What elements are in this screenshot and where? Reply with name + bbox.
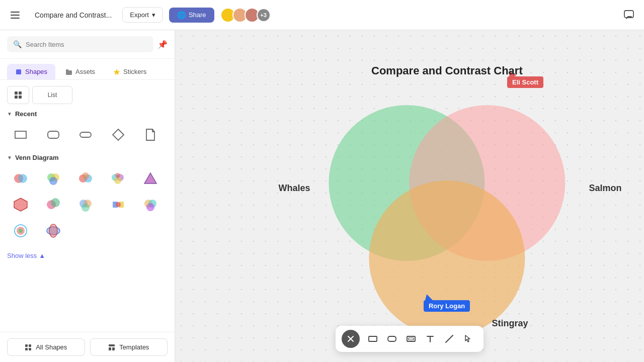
svg-point-34 xyxy=(116,202,121,207)
svg-rect-7 xyxy=(15,96,18,99)
recent-shapes-grid xyxy=(7,123,168,147)
grid-view-button[interactable] xyxy=(7,86,29,104)
svg-point-20 xyxy=(82,172,89,179)
venn-shape-12[interactable] xyxy=(40,219,67,243)
venn-shape-5[interactable] xyxy=(137,166,164,191)
shape-document[interactable] xyxy=(137,123,164,147)
frame-tool[interactable] xyxy=(402,330,420,348)
export-button[interactable]: Export ▾ xyxy=(122,7,163,23)
chevron-up-icon: ▲ xyxy=(39,252,45,259)
pointer-icon xyxy=(463,334,473,344)
text-tool[interactable] xyxy=(421,330,439,348)
menu-button[interactable] xyxy=(6,6,24,24)
venn-shape-7[interactable] xyxy=(40,193,67,217)
avatar-group: +3 xyxy=(220,8,271,23)
grid-icon xyxy=(25,344,32,351)
line-icon xyxy=(444,334,454,344)
svg-rect-43 xyxy=(25,344,28,347)
svg-point-40 xyxy=(19,229,23,233)
header: Compare and Contrast... Export ▾ 🌐 Share… xyxy=(0,0,644,30)
close-tool-button[interactable] xyxy=(342,330,360,348)
svg-rect-3 xyxy=(66,69,68,71)
svg-rect-44 xyxy=(29,344,31,347)
all-shapes-button[interactable]: All Shapes xyxy=(7,338,85,356)
document-title[interactable]: Compare and Contrast... xyxy=(30,9,116,22)
search-icon: 🔍 xyxy=(13,40,22,48)
svg-rect-11 xyxy=(80,132,91,137)
svg-rect-52 xyxy=(369,336,377,341)
svg-rect-55 xyxy=(409,338,414,340)
venn-shape-9[interactable] xyxy=(105,193,132,217)
venn-shape-4[interactable] xyxy=(105,166,132,191)
venn-shape-6[interactable] xyxy=(7,193,34,217)
list-view-button[interactable]: List xyxy=(32,86,72,104)
share-button[interactable]: 🌐 Share xyxy=(169,8,214,23)
collapse-arrow: ▼ xyxy=(7,111,12,117)
sidebar-content: List ▼ Recent xyxy=(0,80,175,332)
show-less-button[interactable]: Show less ▲ xyxy=(7,250,45,261)
svg-rect-6 xyxy=(19,92,22,95)
venn-shape-11[interactable] xyxy=(7,219,34,243)
svg-point-31 xyxy=(82,204,90,212)
shape-diamond[interactable] xyxy=(105,123,132,147)
venn-shape-1[interactable] xyxy=(7,166,34,191)
svg-rect-48 xyxy=(109,347,111,350)
venn-section-header[interactable]: ▼ Venn Diagram xyxy=(7,154,168,161)
search-input[interactable] xyxy=(26,41,147,48)
templates-button[interactable]: Templates xyxy=(90,338,168,356)
tab-assets[interactable]: Assets xyxy=(57,64,103,79)
comment-button[interactable] xyxy=(620,6,638,24)
venn-shapes-grid xyxy=(7,166,168,243)
tab-shapes[interactable]: Shapes xyxy=(7,64,55,79)
search-bar: 🔍 📌 xyxy=(0,30,175,59)
comment-icon xyxy=(623,10,634,21)
canvas[interactable]: Eli Scott Compare and Contrast Chart Wha… xyxy=(175,30,644,362)
pin-icon[interactable]: 📌 xyxy=(157,40,168,49)
svg-rect-53 xyxy=(388,336,396,341)
svg-rect-46 xyxy=(29,348,31,350)
svg-point-14 xyxy=(18,174,27,183)
venn-circle-stingray xyxy=(369,180,525,336)
svg-rect-2 xyxy=(66,70,72,75)
svg-point-17 xyxy=(49,177,57,185)
main-layout: 🔍 📌 Shapes Assets xyxy=(0,30,644,362)
frame-icon xyxy=(406,334,416,344)
shape-rounded-rect[interactable] xyxy=(40,123,67,147)
venn-label-stingray: Stingray xyxy=(492,318,528,329)
rounded-rect-tool[interactable] xyxy=(383,330,401,348)
globe-icon: 🌐 xyxy=(177,11,186,19)
chart-title: Compare and Contrast Chart xyxy=(291,64,603,77)
line-tool[interactable] xyxy=(440,330,458,348)
collapse-arrow: ▼ xyxy=(7,155,12,160)
svg-marker-25 xyxy=(14,198,27,211)
diamond-icon xyxy=(15,68,22,75)
svg-rect-1 xyxy=(16,69,21,74)
svg-point-24 xyxy=(115,173,120,178)
venn-label-whales: Whales xyxy=(279,183,310,194)
venn-shape-2[interactable] xyxy=(40,166,67,191)
svg-rect-9 xyxy=(15,131,26,138)
shape-rectangle[interactable] xyxy=(7,123,34,147)
tab-bar: Shapes Assets Stickers xyxy=(0,59,175,80)
venn-shape-10[interactable] xyxy=(137,193,164,217)
avatar-overflow[interactable]: +3 xyxy=(257,8,271,22)
venn-label-salmon: Salmon xyxy=(589,183,622,194)
svg-rect-49 xyxy=(112,347,115,350)
venn-shape-3[interactable] xyxy=(72,166,99,191)
folder-icon xyxy=(65,68,72,75)
svg-rect-47 xyxy=(109,344,115,346)
svg-marker-4 xyxy=(114,69,120,75)
tab-stickers[interactable]: Stickers xyxy=(105,64,154,79)
cursor-rory-label: Rory Logan xyxy=(424,300,470,312)
search-input-wrap: 🔍 xyxy=(7,36,153,52)
x-icon xyxy=(347,335,354,342)
venn-shape-8[interactable] xyxy=(72,193,99,217)
svg-rect-5 xyxy=(15,92,18,95)
shape-pill[interactable] xyxy=(72,123,99,147)
svg-point-23 xyxy=(114,177,121,184)
recent-section-header[interactable]: ▼ Recent xyxy=(7,110,168,118)
star-icon xyxy=(113,68,120,75)
pointer-tool[interactable] xyxy=(459,330,477,348)
sidebar: 🔍 📌 Shapes Assets xyxy=(0,30,175,362)
rectangle-tool[interactable] xyxy=(364,330,382,348)
